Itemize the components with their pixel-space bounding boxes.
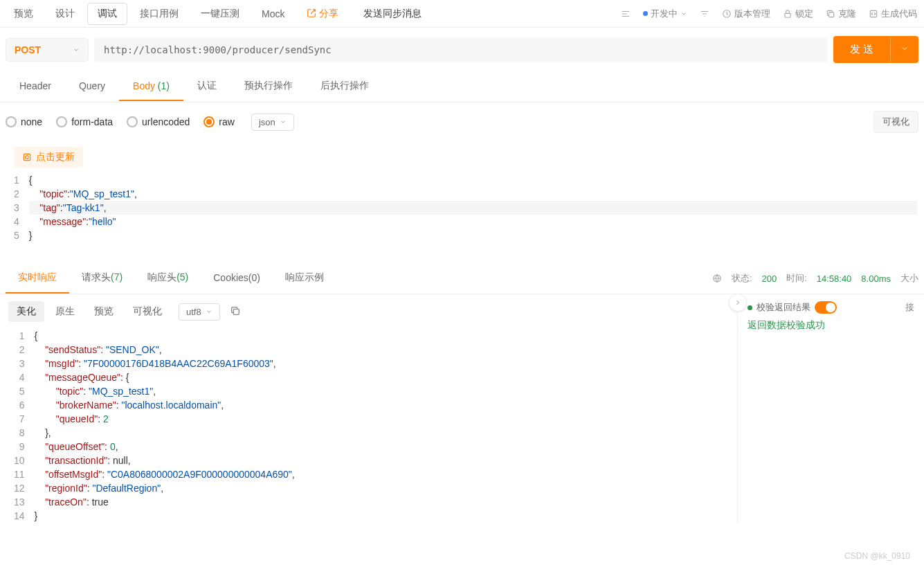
share-icon bbox=[307, 8, 316, 18]
top-tab-bar: 预览 设计 调试 接口用例 一键压测 Mock 分享 发送同步消息 开发中 版本… bbox=[0, 0, 924, 28]
tab-cookies[interactable]: Cookies(0) bbox=[201, 264, 273, 293]
radio-none[interactable]: none bbox=[6, 116, 42, 127]
lock-icon bbox=[783, 9, 792, 19]
ext-button[interactable]: 接 bbox=[905, 301, 914, 314]
body-type-row: none form-data urlencoded raw json 可视化 bbox=[0, 102, 924, 141]
validation-label: 校验返回结果 bbox=[757, 301, 810, 314]
page-title: 发送同步消息 bbox=[363, 8, 422, 20]
tab-resp-headers[interactable]: 响应头(5) bbox=[135, 263, 201, 294]
globe-icon bbox=[712, 273, 722, 283]
tab-share[interactable]: 分享 bbox=[297, 3, 348, 24]
clone-button[interactable]: 克隆 bbox=[822, 5, 860, 23]
validation-message: 返回数据校验成功 bbox=[748, 319, 914, 332]
time-label: 时间: bbox=[786, 272, 807, 285]
bars-icon[interactable] bbox=[617, 6, 635, 21]
tab-pressure[interactable]: 一键压测 bbox=[191, 3, 249, 24]
tab-query[interactable]: Query bbox=[65, 72, 119, 101]
duration-value: 8.00ms bbox=[861, 273, 891, 284]
radio-urlencoded[interactable]: urlencoded bbox=[127, 116, 190, 127]
tab-pre-exec[interactable]: 预执行操作 bbox=[230, 71, 307, 102]
refresh-button[interactable]: 点击更新 bbox=[14, 147, 83, 168]
method-select[interactable]: POST bbox=[6, 38, 89, 62]
version-button[interactable]: 版本管理 bbox=[718, 5, 774, 23]
clone-icon bbox=[826, 9, 835, 19]
svg-rect-6 bbox=[233, 309, 239, 314]
visualize-button[interactable]: 可视化 bbox=[873, 111, 918, 133]
request-tabs: Header Query Body (1) 认证 预执行操作 后执行操作 bbox=[0, 71, 924, 102]
tab-auth[interactable]: 认证 bbox=[183, 71, 230, 102]
copy-button[interactable] bbox=[230, 305, 241, 319]
size-label: 大小 bbox=[900, 272, 918, 285]
tab-design[interactable]: 设计 bbox=[46, 3, 84, 24]
svg-rect-2 bbox=[829, 12, 834, 17]
encoding-select[interactable]: utf8 bbox=[179, 303, 220, 321]
radio-raw[interactable]: raw bbox=[203, 116, 235, 127]
response-body: 美化 原生 预览 可视化 utf8 1234567891011121314 { … bbox=[0, 294, 924, 523]
gutter: 12345 bbox=[0, 173, 29, 242]
method-label: POST bbox=[15, 44, 41, 55]
radio-form-data[interactable]: form-data bbox=[56, 116, 113, 127]
response-editor[interactable]: 1234567891011121314 { "sendStatus": "SEN… bbox=[0, 329, 737, 523]
tab-mock[interactable]: Mock bbox=[252, 4, 294, 24]
response-toolbar: 美化 原生 预览 可视化 utf8 bbox=[0, 294, 737, 329]
request-body-editor[interactable]: 12345 { "topic":"MQ_sp_test1", "tag":"Ta… bbox=[0, 173, 924, 242]
status-dot-icon bbox=[643, 11, 648, 16]
tab-body[interactable]: Body (1) bbox=[119, 72, 183, 101]
tab-req-headers[interactable]: 请求头(7) bbox=[69, 263, 135, 294]
url-bar: POST 发 送 bbox=[0, 28, 924, 71]
tab-resp-example[interactable]: 响应示例 bbox=[273, 263, 336, 294]
code-icon bbox=[869, 9, 878, 19]
tab-post-exec[interactable]: 后执行操作 bbox=[307, 71, 383, 102]
validation-toggle[interactable] bbox=[815, 301, 837, 314]
refresh-icon bbox=[22, 152, 32, 162]
chevron-down-icon bbox=[73, 46, 80, 53]
preview-button[interactable]: 预览 bbox=[86, 301, 122, 322]
tab-debug[interactable]: 调试 bbox=[87, 3, 127, 25]
send-button[interactable]: 发 送 bbox=[833, 36, 918, 63]
svg-rect-4 bbox=[24, 154, 30, 160]
tab-api-case[interactable]: 接口用例 bbox=[130, 3, 188, 24]
raw-button[interactable]: 原生 bbox=[47, 301, 83, 322]
collapse-side-button[interactable] bbox=[729, 294, 747, 312]
svg-rect-1 bbox=[785, 13, 790, 17]
response-tabs: 实时响应 请求头(7) 响应头(5) Cookies(0) 响应示例 状态: 2… bbox=[0, 263, 924, 294]
clock-icon bbox=[722, 9, 732, 19]
lock-button[interactable]: 锁定 bbox=[779, 5, 817, 23]
gen-code-button[interactable]: 生成代码 bbox=[864, 5, 921, 23]
status-code: 200 bbox=[761, 273, 777, 284]
time-value: 14:58:40 bbox=[817, 273, 852, 284]
tab-preview[interactable]: 预览 bbox=[4, 3, 43, 24]
tab-realtime-response[interactable]: 实时响应 bbox=[6, 263, 69, 294]
sort-icon[interactable] bbox=[696, 6, 714, 21]
visualize-resp-button[interactable]: 可视化 bbox=[125, 301, 170, 322]
status-label: 状态: bbox=[732, 272, 752, 285]
valid-dot-icon bbox=[748, 305, 752, 310]
beautify-button[interactable]: 美化 bbox=[8, 301, 44, 322]
url-input[interactable] bbox=[94, 37, 828, 62]
gutter: 1234567891011121314 bbox=[0, 329, 35, 523]
dev-status[interactable]: 开发中 bbox=[639, 5, 691, 23]
tab-header[interactable]: Header bbox=[6, 72, 65, 101]
format-select[interactable]: json bbox=[251, 114, 294, 131]
send-dropdown[interactable] bbox=[890, 37, 918, 62]
